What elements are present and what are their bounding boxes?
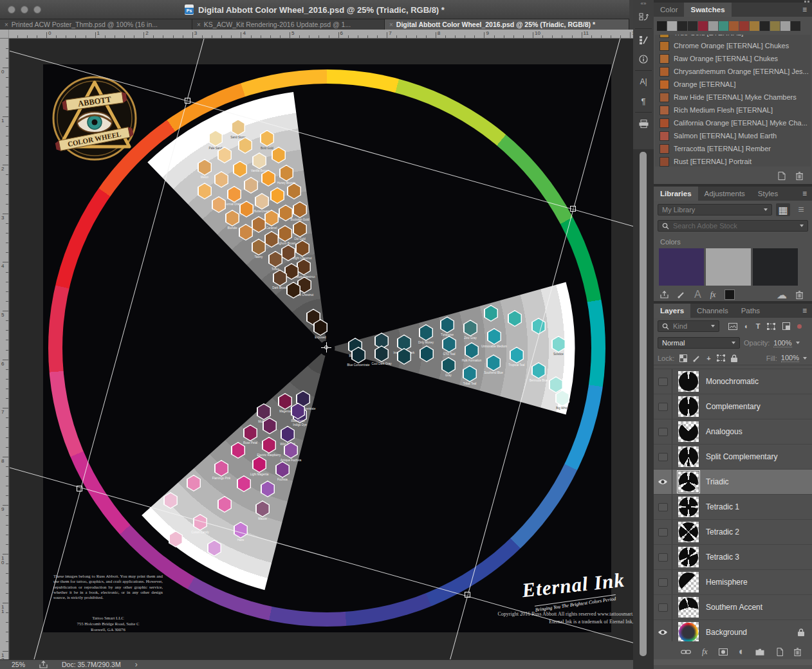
visibility-toggle[interactable] (654, 419, 672, 444)
swatch-list-item[interactable]: True Gold [ETERNAL] (655, 35, 811, 39)
lock-transparency-icon[interactable] (679, 354, 687, 362)
swatch-chip[interactable] (657, 21, 667, 31)
ruler-origin-corner[interactable] (0, 30, 9, 39)
tab-color[interactable]: Color (654, 3, 684, 17)
export-icon[interactable] (39, 661, 48, 668)
swatch-chip[interactable] (750, 21, 759, 31)
info-panel-icon[interactable] (633, 50, 654, 69)
transform-reference-point[interactable] (321, 342, 331, 353)
transform-handle-right[interactable] (570, 206, 576, 212)
foreground-color-chip[interactable] (724, 289, 735, 300)
swatch-list-item[interactable]: California Orange [ETERNAL] Myke Cha... (655, 116, 811, 129)
layer-row-hemisphere[interactable]: Hemisphere (654, 570, 812, 595)
list-view-button[interactable]: ≡ (794, 203, 808, 216)
new-layer-icon[interactable] (775, 648, 783, 656)
layers-menu-icon[interactable]: ≡ (797, 304, 812, 318)
swatch-chip[interactable] (780, 21, 790, 31)
new-group-icon[interactable] (755, 648, 764, 655)
filter-adjustment-layers-icon[interactable]: ◐ (744, 322, 749, 330)
tab-styles[interactable]: Styles (752, 187, 784, 201)
transform-handle-left[interactable] (77, 486, 82, 491)
library-select[interactable]: My Library (658, 204, 772, 215)
visibility-toggle[interactable] (654, 369, 672, 394)
swatch-list-item[interactable]: Chrome Orange [ETERNAL] Chukes (655, 39, 811, 52)
delete-library-item-icon[interactable] (796, 291, 803, 299)
filter-type-layers-icon[interactable]: T (756, 322, 761, 330)
tab-adjustments[interactable]: Adjustments (698, 187, 752, 201)
layer-thumbnail[interactable] (678, 546, 699, 568)
swatch-chip[interactable] (739, 21, 749, 31)
lock-paint-icon[interactable] (693, 354, 701, 362)
library-color-tile[interactable] (753, 248, 798, 286)
add-text-style-icon[interactable]: A (694, 289, 701, 300)
layer-row-southern-accent[interactable]: Southern Accent (654, 595, 812, 620)
layer-row-complementary[interactable]: Complementary (654, 394, 812, 419)
swatch-list-item[interactable]: Rich Medium Flesh [ETERNAL] (655, 104, 811, 116)
new-adjustment-layer-icon[interactable]: ◐ (739, 646, 745, 657)
layer-row-monochromatic[interactable]: Monochromatic (654, 369, 812, 394)
swatch-list-item[interactable]: Rust [ETERNAL] Portrait (655, 155, 811, 167)
layer-thumbnail[interactable] (678, 471, 699, 493)
swatch-chip[interactable] (719, 21, 728, 31)
grid-view-button[interactable]: ▦ (776, 203, 790, 216)
tab-libraries[interactable]: Libraries (654, 187, 698, 201)
blend-mode-select[interactable]: Normal (658, 337, 740, 349)
lock-all-icon[interactable] (731, 354, 737, 362)
tab-channels[interactable]: Channels (690, 304, 735, 318)
swatch-chip[interactable] (667, 21, 677, 31)
swatch-chip[interactable] (770, 21, 780, 31)
library-color-tile[interactable] (706, 248, 751, 286)
zoom-level-field[interactable]: 25% (12, 661, 25, 668)
document-tab[interactable]: ×KS_ACW_Kit Rendering-2016 Update.psd @ … (192, 19, 385, 30)
lock-move-icon[interactable]: + (706, 354, 710, 362)
ruler-horizontal[interactable]: 0123456789101112 (0, 30, 633, 39)
new-swatch-icon[interactable] (778, 172, 786, 180)
fill-field[interactable]: 100% (781, 354, 807, 362)
swatch-list-item[interactable]: Terracotta [ETERNAL] Rember (655, 142, 811, 155)
swatch-list-item[interactable]: Raw Orange [ETERNAL] Chukes (655, 52, 811, 65)
visibility-toggle[interactable] (654, 444, 672, 469)
library-search-input[interactable]: Search Adobe Stock (658, 220, 808, 232)
swatch-chip[interactable] (688, 21, 697, 31)
lock-artboard-icon[interactable] (717, 354, 725, 362)
add-mask-icon[interactable] (719, 648, 728, 655)
layer-thumbnail[interactable] (678, 596, 699, 618)
filter-smart-objects-icon[interactable] (782, 322, 790, 330)
sync-library-icon[interactable] (660, 291, 669, 298)
swatch-list-item[interactable]: Chrysanthemum Orange [ETERNAL] Jes... (655, 65, 811, 78)
layer-style-icon[interactable]: fx (702, 647, 708, 657)
visibility-toggle[interactable] (654, 545, 672, 569)
vertical-scrollbar-thumb[interactable] (640, 152, 647, 656)
layer-row-tetradic-1[interactable]: Tetradic 1 (654, 495, 812, 520)
document-tab[interactable]: ×Digital Abbott Color Wheel_2016.psd @ 2… (385, 19, 629, 30)
character-panel-icon[interactable]: A| (633, 72, 654, 91)
eye-icon[interactable] (654, 620, 672, 641)
filter-shape-layers-icon[interactable] (767, 323, 775, 330)
layer-thumbnail[interactable] (678, 571, 699, 593)
swatch-chip[interactable] (698, 21, 708, 31)
transform-handle-top[interactable] (185, 98, 190, 104)
layer-thumbnail[interactable] (678, 396, 699, 417)
swatch-list-item[interactable]: Orange [ETERNAL] (655, 78, 811, 91)
filter-pixel-layers-icon[interactable] (728, 323, 737, 330)
tab-layers[interactable]: Layers (654, 304, 690, 318)
tab-close-icon[interactable]: × (5, 21, 8, 28)
opacity-field[interactable]: 100% (773, 339, 799, 347)
layer-row-triadic[interactable]: Triadic (654, 470, 812, 495)
tab-swatches[interactable]: Swatches (684, 3, 731, 17)
tab-close-icon[interactable]: × (197, 21, 201, 28)
layer-thumbnail[interactable] (678, 371, 699, 392)
doc-size-readout[interactable]: Doc: 35.7M/290.3M (62, 661, 121, 668)
layer-thumbnail[interactable] (678, 446, 699, 468)
visibility-toggle[interactable] (654, 570, 672, 594)
visibility-toggle[interactable] (654, 520, 672, 544)
link-layers-icon[interactable] (681, 649, 691, 655)
add-brush-icon[interactable] (678, 291, 685, 298)
visibility-toggle[interactable] (654, 495, 672, 519)
paragraph-panel-icon[interactable]: ¶ (633, 91, 654, 111)
swatch-list-item[interactable]: Salmon [ETERNAL] Muted Earth (655, 129, 811, 142)
layer-row-analogous[interactable]: Analogous (654, 419, 812, 444)
expand-panels-icon[interactable]: «» (633, 0, 654, 8)
layer-thumbnail[interactable] (678, 621, 699, 641)
layer-row-tetradic-3[interactable]: Tetradic 3 (654, 545, 812, 570)
